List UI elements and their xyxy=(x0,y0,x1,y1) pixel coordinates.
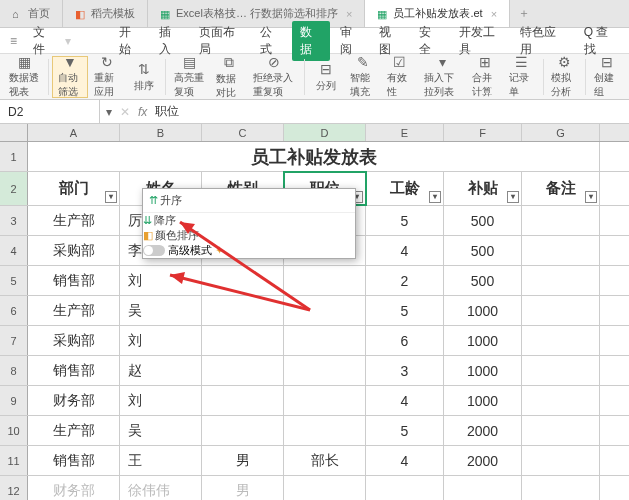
cell-subsidy[interactable]: 2000 xyxy=(444,446,522,475)
cell-note[interactable] xyxy=(522,206,600,235)
cell-subsidy[interactable]: 1000 xyxy=(444,296,522,325)
ribbon-valid[interactable]: ☑有效性 xyxy=(382,56,418,98)
cell-pos[interactable] xyxy=(284,416,366,445)
ribbon-consolidate[interactable]: ⊞合并计算 xyxy=(467,56,503,98)
cell-name[interactable]: 刘 xyxy=(120,386,202,415)
col-header-F[interactable]: F xyxy=(444,124,522,141)
sort-desc-button[interactable]: ⇊降序 xyxy=(143,213,355,228)
cell-note[interactable] xyxy=(522,476,600,500)
ribbon-fill[interactable]: ✎智能填充 xyxy=(345,56,381,98)
row-header[interactable]: 12 xyxy=(0,476,28,500)
col-header-B[interactable]: B xyxy=(120,124,202,141)
ribbon-record[interactable]: ☰记录单 xyxy=(504,56,540,98)
close-icon[interactable]: × xyxy=(491,8,497,20)
cell-sex[interactable]: 男 xyxy=(202,476,284,500)
ribbon-dropdown[interactable]: ▾插入下拉列表 xyxy=(419,56,466,98)
cell-age[interactable] xyxy=(366,476,444,500)
col-header-C[interactable]: C xyxy=(202,124,284,141)
cell-dept[interactable]: 生产部 xyxy=(28,206,120,235)
hamburger-icon[interactable]: ≡ xyxy=(4,31,23,51)
select-all-corner[interactable] xyxy=(0,124,28,141)
cell-age[interactable]: 5 xyxy=(366,296,444,325)
ribbon-autofilter[interactable]: ▼自动筛选 xyxy=(52,56,89,98)
row-header[interactable]: 11 xyxy=(0,446,28,475)
col-header-G[interactable]: G xyxy=(522,124,600,141)
fx-dropdown-icon[interactable]: ▾ xyxy=(106,105,112,119)
cell-subsidy[interactable]: 500 xyxy=(444,266,522,295)
cell-subsidy[interactable]: 1000 xyxy=(444,356,522,385)
row-header[interactable]: 7 xyxy=(0,326,28,355)
cell-sex[interactable] xyxy=(202,296,284,325)
cell-dept[interactable]: 销售部 xyxy=(28,356,120,385)
header-dept[interactable]: 部门▾ xyxy=(28,172,120,205)
cell-dept[interactable]: 财务部 xyxy=(28,386,120,415)
name-box[interactable]: D2 xyxy=(0,100,100,123)
cell-age[interactable]: 3 xyxy=(366,356,444,385)
cell-note[interactable] xyxy=(522,356,600,385)
cell-name[interactable]: 刘 xyxy=(120,266,202,295)
cell-age[interactable]: 2 xyxy=(366,266,444,295)
cell-pos[interactable] xyxy=(284,296,366,325)
cell-name[interactable]: 徐伟伟 xyxy=(120,476,202,500)
col-header-A[interactable]: A xyxy=(28,124,120,141)
title-cell[interactable]: 员工补贴发放表 xyxy=(28,142,600,171)
header-note[interactable]: 备注▾ xyxy=(522,172,600,205)
row-header[interactable]: 6 xyxy=(0,296,28,325)
cell-age[interactable]: 4 xyxy=(366,386,444,415)
row-header[interactable]: 5 xyxy=(0,266,28,295)
close-icon[interactable]: × xyxy=(346,8,352,20)
cell-name[interactable]: 赵 xyxy=(120,356,202,385)
cell-note[interactable] xyxy=(522,416,600,445)
ribbon-reject[interactable]: ⊘拒绝录入重复项 xyxy=(248,56,301,98)
filter-dropdown-icon[interactable]: ▾ xyxy=(507,191,519,203)
cell-dept[interactable]: 生产部 xyxy=(28,296,120,325)
cell-subsidy[interactable]: 2000 xyxy=(444,416,522,445)
row-header[interactable]: 9 xyxy=(0,386,28,415)
row-header[interactable]: 10 xyxy=(0,416,28,445)
ribbon-validate[interactable]: ⧉数据对比 xyxy=(211,56,247,98)
cell-subsidy[interactable]: 500 xyxy=(444,206,522,235)
fx-cancel-icon[interactable]: ✕ xyxy=(120,105,130,119)
cell-subsidy[interactable]: 500 xyxy=(444,236,522,265)
cell-pos[interactable] xyxy=(284,386,366,415)
ribbon-dup[interactable]: ▤高亮重复项 xyxy=(169,56,210,98)
cell-name[interactable]: 吴 xyxy=(120,416,202,445)
cell-dept[interactable]: 采购部 xyxy=(28,326,120,355)
cell-dept[interactable]: 采购部 xyxy=(28,236,120,265)
col-header-E[interactable]: E xyxy=(366,124,444,141)
formula-value[interactable]: 职位 xyxy=(155,103,179,120)
cell-dept[interactable]: 销售部 xyxy=(28,266,120,295)
cell-note[interactable] xyxy=(522,326,600,355)
cell-pos[interactable] xyxy=(284,476,366,500)
cell-note[interactable] xyxy=(522,446,600,475)
cell-age[interactable]: 4 xyxy=(366,236,444,265)
menu-data[interactable]: 数据 xyxy=(292,21,330,61)
cell-note[interactable] xyxy=(522,236,600,265)
cell-note[interactable] xyxy=(522,296,600,325)
cell-subsidy[interactable] xyxy=(444,476,522,500)
header-age[interactable]: 工龄▾ xyxy=(366,172,444,205)
sort-asc-button[interactable]: ⇈升序 xyxy=(149,193,182,208)
cell-pos[interactable] xyxy=(284,266,366,295)
cell-age[interactable]: 4 xyxy=(366,446,444,475)
cell-age[interactable]: 6 xyxy=(366,326,444,355)
cell-name[interactable]: 吴 xyxy=(120,296,202,325)
ribbon-simulate[interactable]: ⚙模拟分析 xyxy=(546,56,582,98)
filter-dropdown-icon[interactable]: ▾ xyxy=(429,191,441,203)
cell-age[interactable]: 5 xyxy=(366,416,444,445)
cell-note[interactable] xyxy=(522,386,600,415)
row-header[interactable]: 2 xyxy=(0,172,28,205)
filter-dropdown-icon[interactable]: ▾ xyxy=(105,191,117,203)
row-header[interactable]: 8 xyxy=(0,356,28,385)
filter-dropdown-icon[interactable]: ▾ xyxy=(585,191,597,203)
cell-sex[interactable] xyxy=(202,386,284,415)
cell-dept[interactable]: 生产部 xyxy=(28,416,120,445)
cell-sex[interactable] xyxy=(202,416,284,445)
cell-dept[interactable]: 销售部 xyxy=(28,446,120,475)
cell-sex[interactable]: 男 xyxy=(202,446,284,475)
row-header[interactable]: 3 xyxy=(0,206,28,235)
ribbon-group[interactable]: ⊟创建组 xyxy=(589,56,625,98)
cell-pos[interactable] xyxy=(284,356,366,385)
menu-start[interactable]: 开始 xyxy=(111,21,149,61)
cell-name[interactable]: 刘 xyxy=(120,326,202,355)
